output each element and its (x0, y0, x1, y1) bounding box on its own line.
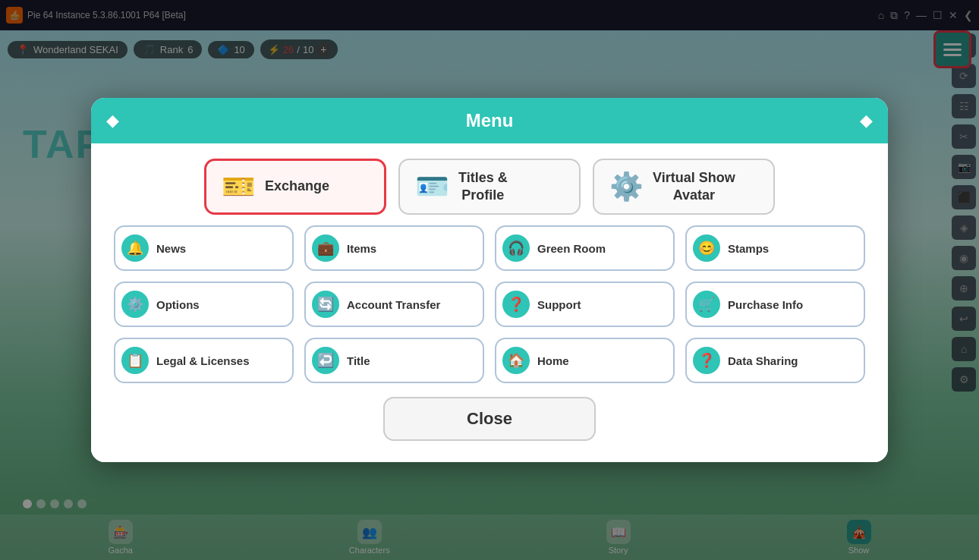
virtual-show-avatar-icon: ⚙️ (609, 171, 644, 203)
purchase-info-icon: 🛒 (693, 291, 720, 318)
exchange-icon: 🎫 (222, 171, 256, 203)
stamps-icon: 😊 (693, 234, 720, 262)
data-sharing-icon: ❓ (693, 347, 720, 374)
titles-profile-label: Titles &Profile (458, 169, 508, 205)
data-sharing-label: Data Sharing (728, 354, 798, 367)
news-label: News (156, 242, 186, 255)
support-label: Support (537, 298, 581, 311)
featured-row: 🎫 Exchange 🪪 Titles &Profile ⚙️ Virtual … (114, 159, 865, 216)
modal-body: 🎫 Exchange 🪪 Titles &Profile ⚙️ Virtual … (91, 143, 888, 463)
exchange-label: Exchange (265, 178, 329, 195)
home-label: Home (537, 354, 569, 367)
title-icon: ↩️ (312, 347, 339, 374)
purchase-info-button[interactable]: 🛒 Purchase Info (685, 282, 865, 327)
options-button[interactable]: ⚙️ Options (114, 282, 294, 327)
legal-licenses-button[interactable]: 📋 Legal & Licenses (114, 338, 294, 383)
data-sharing-button[interactable]: ❓ Data Sharing (685, 338, 865, 383)
legal-licenses-icon: 📋 (121, 347, 149, 374)
account-transfer-label: Account Transfer (347, 298, 440, 311)
titles-profile-icon: 🪪 (415, 171, 449, 203)
modal-overlay: ◆ Menu ◆ 🎫 Exchange 🪪 Titles &Profile ⚙️… (0, 0, 979, 560)
stamps-button[interactable]: 😊 Stamps (685, 225, 865, 271)
close-button[interactable]: Close (383, 397, 596, 441)
exchange-button[interactable]: 🎫 Exchange (204, 159, 386, 216)
options-label: Options (156, 298, 200, 311)
account-transfer-icon: 🔄 (312, 291, 339, 318)
menu-row-2: ⚙️ Options 🔄 Account Transfer ❓ Support … (114, 282, 865, 327)
stamps-label: Stamps (728, 242, 769, 255)
title-label: Title (347, 354, 370, 367)
purchase-info-label: Purchase Info (728, 298, 803, 311)
virtual-show-avatar-label: Virtual ShowAvatar (653, 169, 735, 205)
diamond-right-icon: ◆ (860, 111, 873, 131)
menu-row-1: 🔔 News 💼 Items 🎧 Green Room 😊 Stamps (114, 225, 865, 271)
news-icon: 🔔 (121, 234, 149, 262)
modal-title: Menu (466, 110, 514, 131)
support-button[interactable]: ❓ Support (495, 282, 675, 327)
account-transfer-button[interactable]: 🔄 Account Transfer (304, 282, 484, 327)
legal-licenses-label: Legal & Licenses (156, 354, 250, 367)
home-button[interactable]: 🏠 Home (495, 338, 675, 383)
diamond-left-icon: ◆ (106, 111, 119, 131)
close-row: Close (114, 394, 865, 447)
green-room-label: Green Room (537, 242, 606, 255)
home-icon: 🏠 (502, 347, 530, 374)
options-icon: ⚙️ (121, 291, 149, 318)
green-room-button[interactable]: 🎧 Green Room (495, 225, 675, 271)
green-room-icon: 🎧 (502, 234, 530, 262)
items-button[interactable]: 💼 Items (304, 225, 484, 271)
titles-profile-button[interactable]: 🪪 Titles &Profile (398, 159, 581, 216)
support-icon: ❓ (502, 291, 530, 318)
items-label: Items (347, 242, 376, 255)
items-icon: 💼 (312, 234, 339, 262)
virtual-show-avatar-button[interactable]: ⚙️ Virtual ShowAvatar (593, 159, 775, 216)
modal-header: ◆ Menu ◆ (91, 98, 888, 143)
news-button[interactable]: 🔔 News (114, 225, 294, 271)
title-button[interactable]: ↩️ Title (304, 338, 484, 383)
menu-modal: ◆ Menu ◆ 🎫 Exchange 🪪 Titles &Profile ⚙️… (91, 98, 888, 463)
menu-row-3: 📋 Legal & Licenses ↩️ Title 🏠 Home ❓ Dat… (114, 338, 865, 383)
